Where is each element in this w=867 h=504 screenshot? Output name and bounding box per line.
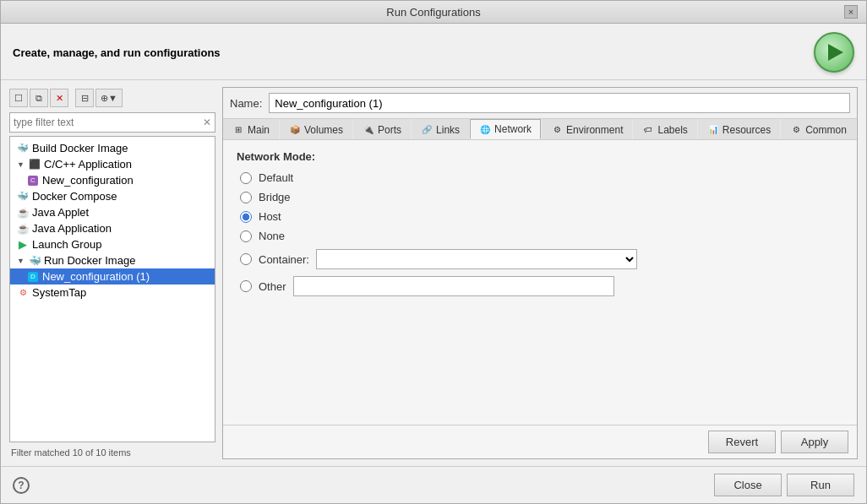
collapse-icon: ⊟ bbox=[81, 93, 89, 104]
bottom-buttons: Close Run bbox=[714, 474, 854, 496]
new-config-button[interactable]: ☐ bbox=[9, 89, 28, 107]
play-triangle bbox=[828, 44, 843, 61]
collapse-arrow-icon: ▼ bbox=[17, 160, 25, 169]
tree-item-label: Launch Group bbox=[32, 238, 101, 251]
copy-icon: ⧉ bbox=[35, 93, 42, 104]
radio-bridge-label: Bridge bbox=[259, 191, 291, 203]
copy-config-button[interactable]: ⧉ bbox=[30, 89, 48, 107]
header-area: Create, manage, and run configurations bbox=[1, 24, 866, 80]
tab-environment-label: Environment bbox=[566, 124, 623, 136]
volumes-tab-icon: 📦 bbox=[289, 124, 301, 136]
systemtap-icon: ⚙ bbox=[17, 287, 29, 299]
tab-main-label: Main bbox=[248, 124, 270, 136]
other-input[interactable] bbox=[293, 276, 614, 296]
tab-ports[interactable]: 🔌 Ports bbox=[353, 119, 411, 139]
radio-row-other: Other bbox=[240, 276, 843, 296]
run-configurations-dialog: Run Configurations × Create, manage, and… bbox=[0, 0, 867, 504]
collapse-button[interactable]: ⊟ bbox=[75, 89, 94, 107]
new-config-run-icon: D bbox=[27, 271, 39, 283]
radio-host[interactable] bbox=[240, 211, 252, 223]
radio-other[interactable] bbox=[240, 280, 252, 292]
filter-clear-icon[interactable]: ✕ bbox=[203, 117, 211, 128]
launch-group-icon: ▶ bbox=[17, 239, 29, 251]
new-icon: ☐ bbox=[14, 93, 23, 104]
tree-toolbar: ☐ ⧉ ✕ ⊟ ⊕▼ bbox=[9, 87, 215, 109]
tree-item-java-app[interactable]: ☕ Java Application bbox=[10, 220, 215, 236]
left-panel: ☐ ⧉ ✕ ⊟ ⊕▼ ✕ bbox=[9, 87, 215, 459]
docker-compose-icon: 🐳 bbox=[17, 191, 29, 203]
radio-bridge[interactable] bbox=[240, 192, 252, 203]
radio-row-host: Host bbox=[240, 210, 843, 223]
tree-item-label: Java Application bbox=[32, 222, 112, 235]
name-input[interactable] bbox=[269, 93, 850, 113]
tab-volumes-label: Volumes bbox=[304, 124, 343, 136]
tree-item-label: C/C++ Application bbox=[44, 158, 132, 171]
tab-main[interactable]: ⊞ Main bbox=[223, 119, 279, 139]
network-mode-label: Network Mode: bbox=[237, 150, 843, 163]
tabs-bar: ⊞ Main 📦 Volumes 🔌 Ports 🔗 Links 🌐 bbox=[223, 119, 857, 140]
tree-item-new-config-cpp[interactable]: C New_configuration bbox=[10, 172, 215, 188]
ports-tab-icon: 🔌 bbox=[363, 124, 374, 136]
tab-labels[interactable]: 🏷 Labels bbox=[633, 119, 696, 139]
cpp-icon: ⬛ bbox=[29, 159, 41, 171]
docker-icon: 🐳 bbox=[17, 143, 29, 154]
tree-item-systemtap[interactable]: ⚙ SystemTap bbox=[10, 285, 215, 301]
tree-item-label: Docker Compose bbox=[32, 190, 117, 203]
tab-common[interactable]: ⚙ Common bbox=[781, 119, 856, 139]
tree-item-run-docker[interactable]: ▼ 🐳 Run Docker Image bbox=[10, 252, 215, 268]
filter-button[interactable]: ⊕▼ bbox=[95, 89, 123, 107]
header-text: Create, manage, and run configurations bbox=[13, 46, 221, 59]
tree-item-docker-compose[interactable]: 🐳 Docker Compose bbox=[10, 188, 215, 204]
filter-box: ✕ bbox=[9, 112, 215, 133]
title-bar: Run Configurations × bbox=[1, 1, 866, 24]
java-app-icon: ☕ bbox=[17, 223, 29, 235]
run-button-icon[interactable] bbox=[814, 32, 854, 73]
run-button[interactable]: Run bbox=[787, 474, 854, 496]
main-content: ☐ ⧉ ✕ ⊟ ⊕▼ ✕ bbox=[1, 80, 866, 466]
tab-volumes[interactable]: 📦 Volumes bbox=[280, 119, 352, 139]
tree-item-label: Java Applet bbox=[32, 206, 89, 219]
apply-button[interactable]: Apply bbox=[781, 431, 848, 453]
close-button[interactable]: Close bbox=[714, 474, 782, 496]
radio-container[interactable] bbox=[240, 253, 252, 265]
resources-tab-icon: 📊 bbox=[707, 124, 719, 136]
tree-item-label: Run Docker Image bbox=[44, 254, 135, 267]
run-docker-icon: 🐳 bbox=[29, 255, 41, 267]
tree-item-new-config-1[interactable]: D New_configuration (1) bbox=[10, 268, 215, 285]
help-icon[interactable]: ? bbox=[13, 477, 30, 494]
network-tab-icon: 🌐 bbox=[479, 123, 491, 135]
delete-icon: ✕ bbox=[56, 93, 63, 104]
java-applet-icon: ☕ bbox=[17, 207, 29, 219]
environment-tab-icon: ⚙ bbox=[551, 124, 563, 136]
tab-labels-label: Labels bbox=[657, 124, 687, 136]
filter-input[interactable] bbox=[14, 117, 199, 128]
tree-item-label: Build Docker Image bbox=[32, 142, 128, 154]
radio-container-label: Container: bbox=[259, 253, 309, 266]
radio-none[interactable] bbox=[240, 230, 252, 242]
radio-row-default: Default bbox=[240, 171, 843, 184]
tab-network[interactable]: 🌐 Network bbox=[470, 119, 541, 139]
tab-links[interactable]: 🔗 Links bbox=[412, 119, 469, 139]
tab-resources[interactable]: 📊 Resources bbox=[698, 119, 780, 139]
name-label: Name: bbox=[230, 97, 262, 110]
tree-item-cpp-app[interactable]: ▼ ⬛ C/C++ Application bbox=[10, 156, 215, 172]
radio-row-container: Container: bbox=[240, 249, 843, 269]
filter-status: Filter matched 10 of 10 items bbox=[9, 446, 215, 459]
radio-row-bridge: Bridge bbox=[240, 191, 843, 203]
revert-button[interactable]: Revert bbox=[708, 431, 776, 453]
dialog-title: Run Configurations bbox=[23, 6, 844, 19]
tab-common-label: Common bbox=[805, 124, 847, 136]
radio-default[interactable] bbox=[240, 172, 252, 184]
tree-item-build-docker[interactable]: 🐳 Build Docker Image bbox=[10, 140, 215, 156]
network-mode-radio-group: Default Bridge Host None bbox=[237, 171, 843, 296]
tree-item-label: New_configuration (1) bbox=[42, 270, 150, 283]
filter-icon: ⊕▼ bbox=[101, 93, 117, 104]
new-config-cpp-icon: C bbox=[27, 175, 39, 187]
tab-environment[interactable]: ⚙ Environment bbox=[542, 119, 632, 139]
close-icon[interactable]: × bbox=[844, 5, 858, 19]
container-dropdown[interactable] bbox=[316, 249, 637, 269]
radio-row-none: None bbox=[240, 230, 843, 242]
delete-config-button[interactable]: ✕ bbox=[50, 89, 68, 107]
tree-item-java-applet[interactable]: ☕ Java Applet bbox=[10, 204, 215, 220]
tree-item-launch-group[interactable]: ▶ Launch Group bbox=[10, 236, 215, 252]
